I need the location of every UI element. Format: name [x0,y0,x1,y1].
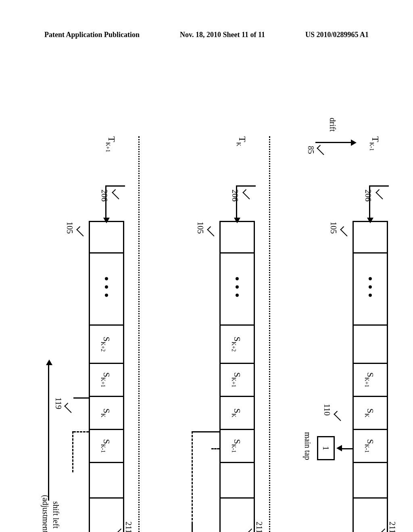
leader-tick [64,403,74,413]
shift-left-label: shift left [51,501,60,528]
ref-211: 211 [388,522,397,532]
dashed-leader [211,448,219,449]
shift-register: ••• SK+2 SK+1 SK SK-1 [219,221,255,532]
ref-206: 206 [100,189,109,202]
ellipsis-icon: ••• [90,254,123,326]
register-cell [221,499,254,532]
leader-tick [334,411,344,421]
ref-211: 211 [254,522,264,532]
leader-tick [375,189,386,199]
ellipsis-icon: ••• [354,254,387,326]
time-section-k-minus-1: TK-1 drift 85 206 105 ••• SK+1 SK SK-1 1 [274,142,395,408]
register-cell [354,222,387,254]
register-cell: SK [354,397,387,430]
time-section-k-plus-1: TK+1 206 105 ••• SK+2 SK+1 SK SK-1 119 s… [10,142,131,408]
register-cell: SK [221,397,254,430]
ref-110: 110 [322,404,332,416]
input-leader [369,185,389,187]
register-cell: SK-1 [90,430,123,463]
register-cell [354,499,387,532]
leader-tick [317,145,327,155]
dotted-separator [269,136,270,532]
solid-leader [73,397,89,399]
leader-tick [207,226,217,236]
dashed-leader [73,431,89,432]
header-left: Patent Application Publication [44,31,140,39]
header-right: US 2010/0289965 A1 [305,31,369,39]
ref-105: 105 [196,222,205,234]
register-cell [354,326,387,364]
register-cell [221,463,254,499]
shift-left-arrow [48,364,49,501]
drift-arrow [315,142,352,143]
arrowhead-down-icon [336,445,342,451]
time-label: TK [237,136,248,146]
dashed-leader [192,431,193,524]
register-cell: SK [90,397,123,430]
register-cell [90,463,123,499]
time-section-k: TK 206 105 ••• SK+2 SK+1 SK SK-1 SK 211 [141,142,262,408]
main-tap-box: 1 [317,436,335,460]
register-cell [221,222,254,254]
main-tap-label: main tap [303,432,312,460]
register-cell: SK-1 [354,430,387,463]
ref-119: 119 [54,397,63,409]
figure-11: FIG. 11 TK-1 drift 85 206 105 ••• SK+1 S… [5,142,413,408]
register-cell: SK+1 [221,364,254,397]
shift-register: ••• SK+1 SK SK-1 [353,221,388,532]
leader-tick [340,226,350,236]
arrowhead-left-icon [46,360,52,365]
ellipsis-icon: ••• [221,254,254,326]
dashed-leader [72,431,73,472]
register-cell: SK+1 [354,364,387,397]
adjustment-label: (adjustment) [41,495,50,532]
register-cell [354,463,387,499]
header-mid: Nov. 18, 2010 Sheet 11 of 11 [180,31,265,39]
ref-105: 105 [329,222,338,234]
input-leader [236,185,256,187]
leader-tick [242,189,252,199]
leader-tick [76,226,86,236]
ref-211: 211 [124,522,133,532]
register-cell: SK-1 [221,430,254,463]
solid-leader [193,431,219,432]
arrowhead-up-icon [351,139,357,146]
ref-206: 206 [363,189,373,202]
register-cell [90,222,123,254]
register-cell: SK+2 [221,326,254,364]
dotted-separator [138,136,140,532]
ref-105: 105 [65,222,74,234]
ref-206: 206 [230,189,240,202]
page-header: Patent Application Publication Nov. 18, … [0,31,413,39]
solid-leader [192,523,193,532]
tap-leader [340,448,353,449]
register-cell [90,499,123,532]
time-label: TK-1 [370,136,381,151]
register-cell: SK+2 [90,326,123,364]
shift-register: ••• SK+2 SK+1 SK SK-1 [89,221,124,532]
input-leader [106,185,125,187]
time-label: TK+1 [106,136,117,152]
ref-85: 85 [306,146,315,154]
register-cell: SK+1 [90,364,123,397]
drift-label: drift [328,118,337,131]
leader-tick [112,189,122,199]
